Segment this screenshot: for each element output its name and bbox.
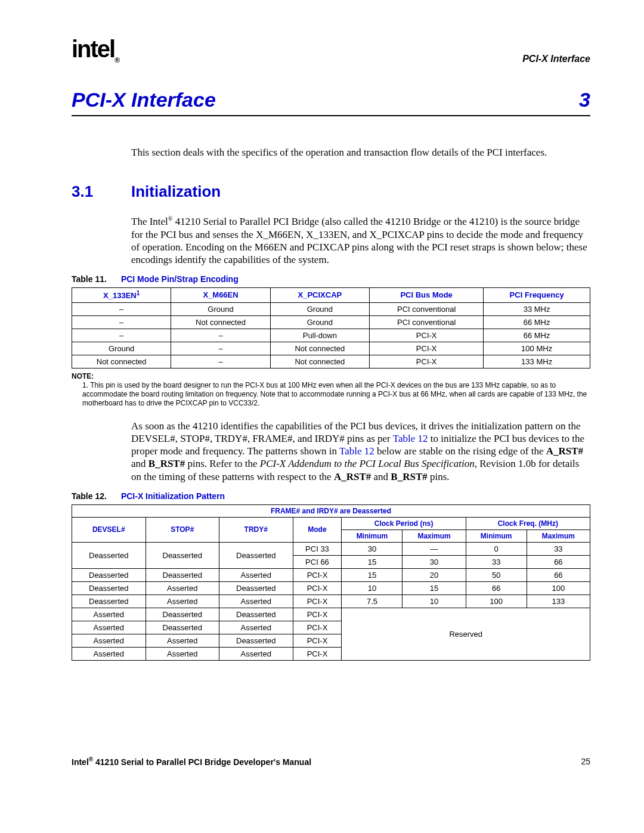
table-row: Not connected–Not connectedPCI-X133 MHz: [72, 355, 590, 368]
table-row: –Not connectedGroundPCI conventional66 M…: [72, 315, 590, 329]
ref-table-12[interactable]: Table 12: [339, 445, 374, 457]
section-title: Initialization: [131, 182, 221, 201]
col-freq-min: Minimum: [466, 529, 527, 542]
section-3-1-paragraph: The Intel® 41210 Serial to Parallel PCI …: [131, 215, 590, 266]
col-xm66en: X_M66EN: [171, 288, 270, 302]
table-row: Deasserted Deasserted Deasserted PCI 33 …: [72, 542, 590, 555]
table-row: Ground–Not connectedPCI-X100 MHz: [72, 342, 590, 355]
table-11-note: NOTE: 1. This pin is used by the board d…: [72, 372, 590, 408]
page-header: intel® PCI-X Interface: [72, 36, 590, 64]
table-11: X_133EN1 X_M66EN X_PCIXCAP PCI Bus Mode …: [72, 287, 590, 368]
table-row: DeassertedAssertedAssertedPCI-X 7.510100…: [72, 594, 590, 608]
table-11-label: Table 11.: [72, 274, 107, 284]
table-header-row: X_133EN1 X_M66EN X_PCIXCAP PCI Bus Mode …: [72, 288, 590, 302]
col-clock-freq: Clock Freq. (MHz): [466, 517, 590, 529]
footer-title: Intel® 41210 Serial to Parallel PCI Brid…: [72, 756, 311, 767]
note-text: 1. This pin is used by the board designe…: [72, 381, 590, 408]
col-stop: STOP#: [145, 517, 219, 542]
col-xpcixcap: X_PCIXCAP: [270, 288, 369, 302]
table-12: FRAME# and IRDY# are Deasserted DEVSEL# …: [72, 504, 590, 661]
col-period-min: Minimum: [342, 529, 402, 542]
table-row: AssertedDeassertedDeassertedPCI-X Reserv…: [72, 608, 590, 621]
section-heading-3-1: 3.1 Initialization: [72, 182, 590, 201]
note-label: NOTE:: [72, 372, 590, 381]
mid-paragraph: As soon as the 41210 identifies the capa…: [131, 420, 590, 483]
col-bus-mode: PCI Bus Mode: [370, 288, 484, 302]
table-12-label: Table 12.: [72, 491, 107, 501]
table-row: DeassertedAssertedDeassertedPCI-X 101566…: [72, 581, 590, 594]
table-row: –GroundGroundPCI conventional33 MHz: [72, 302, 590, 315]
table-11-caption: Table 11.PCI Mode Pin/Strap Encoding: [72, 274, 590, 284]
logo-reg: ®: [114, 56, 119, 64]
col-x133en: X_133EN1: [72, 288, 171, 302]
table-row: DeassertedDeassertedAssertedPCI-X 152050…: [72, 568, 590, 581]
col-freq-max: Maximum: [527, 529, 590, 542]
intel-logo: intel®: [72, 36, 119, 64]
table-header-row: DEVSEL# STOP# TRDY# Mode Clock Period (n…: [72, 517, 590, 529]
table-12-title: PCI-X Initialization Pattern: [121, 491, 225, 501]
col-devsel: DEVSEL#: [72, 517, 146, 542]
ref-table-12[interactable]: Table 12: [393, 433, 428, 444]
col-pci-freq: PCI Frequency: [484, 288, 590, 302]
chapter-heading: PCI-X Interface 3: [72, 88, 590, 116]
col-mode: Mode: [293, 517, 342, 542]
chapter-title: PCI-X Interface: [72, 88, 216, 112]
reserved-cell: Reserved: [342, 608, 590, 660]
page-number: 25: [581, 757, 590, 766]
table-row: ––Pull-downPCI-X66 MHz: [72, 329, 590, 342]
table-12-caption: Table 12.PCI-X Initialization Pattern: [72, 491, 590, 501]
col-period-max: Maximum: [402, 529, 466, 542]
col-clock-period: Clock Period (ns): [342, 517, 466, 529]
logo-text: intel: [72, 36, 114, 62]
chapter-number: 3: [579, 88, 590, 112]
col-trdy: TRDY#: [219, 517, 293, 542]
table-super-header: FRAME# and IRDY# are Deasserted: [72, 504, 590, 517]
running-head: PCI-X Interface: [522, 54, 590, 64]
intro-paragraph: This section deals with the specifics of…: [131, 146, 590, 159]
page-footer: Intel® 41210 Serial to Parallel PCI Brid…: [72, 756, 590, 767]
section-number: 3.1: [72, 182, 131, 201]
table-11-title: PCI Mode Pin/Strap Encoding: [121, 274, 239, 284]
